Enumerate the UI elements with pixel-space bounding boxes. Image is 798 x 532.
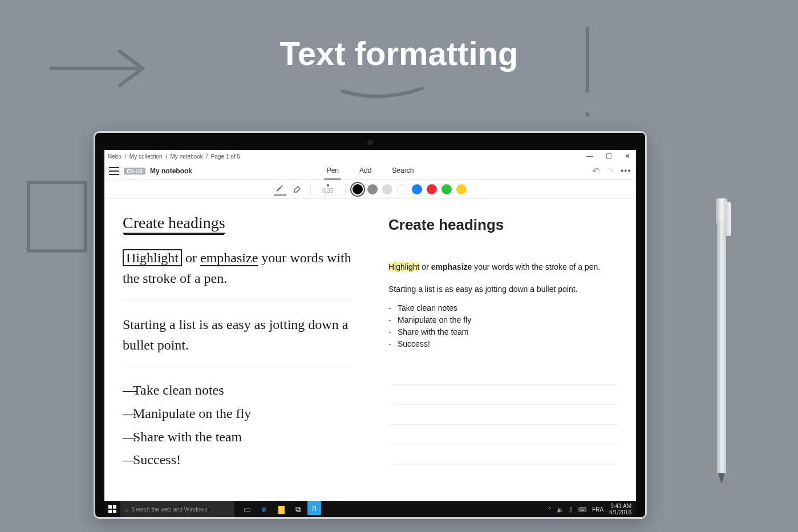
more-button[interactable]: •••	[621, 167, 631, 175]
eraser-tool[interactable]	[291, 183, 303, 196]
taskbar-search[interactable]: ⌕ Search the web and Windows	[120, 501, 234, 517]
content-area: Create headings Highlight or emphasize y…	[104, 199, 636, 501]
rendered-paragraph-1: Highlight or emphasize your words with t…	[388, 261, 618, 273]
window-titlebar: Nebo / My collection / My notebook / Pag…	[104, 150, 636, 163]
clock[interactable]: 9:41 AM 6/1/2016	[609, 503, 631, 515]
main-toolbar: EN-US My notebook Pen Add Search ↶ ↷ •••	[104, 163, 636, 180]
app-screen: Nebo / My collection / My notebook / Pag…	[104, 150, 636, 517]
nebo-icon[interactable]: n	[307, 501, 321, 515]
breadcrumb[interactable]: Nebo / My collection / My notebook / Pag…	[108, 153, 240, 160]
menu-button[interactable]	[109, 167, 119, 175]
notebook-title: My notebook	[150, 167, 192, 175]
svg-rect-3	[113, 510, 116, 513]
close-button[interactable]: ✕	[622, 152, 633, 160]
rendered-heading: Create headings	[388, 214, 618, 236]
rendered-list: Take clean notes Manipulate on the fly S…	[388, 302, 618, 350]
maximize-button[interactable]: ☐	[603, 152, 614, 160]
pen-tool[interactable]	[274, 183, 286, 196]
hw-paragraph-2: Starting a list is as easy as jotting do…	[123, 314, 352, 355]
rendered-paragraph-2: Starting a list is as easy as jotting do…	[388, 283, 618, 295]
language-indicator[interactable]: FRA	[592, 506, 603, 513]
tab-search[interactable]: Search	[390, 163, 416, 180]
tab-pen[interactable]: Pen	[325, 163, 341, 180]
rendered-pane: Create headings Highlight or emphasize y…	[370, 199, 636, 501]
color-swatch-blue[interactable]	[412, 184, 422, 194]
taskbar-apps: ▭ e ▇ ⧉ n	[239, 501, 321, 517]
color-swatch-red[interactable]	[427, 184, 437, 194]
stylus-pen	[714, 198, 730, 484]
hw-paragraph-1: Highlight or emphasize your words with t…	[123, 247, 352, 289]
language-badge[interactable]: EN-US	[124, 168, 145, 174]
pen-toolbar: 0.35	[104, 180, 636, 199]
redo-button[interactable]: ↷	[606, 165, 614, 176]
tablet-device: Nebo / My collection / My notebook / Pag…	[94, 131, 647, 519]
hw-heading: Create headings	[123, 214, 225, 234]
camera-dot	[367, 140, 373, 145]
color-swatch-green[interactable]	[441, 184, 452, 194]
svg-rect-2	[108, 510, 112, 513]
minimize-button[interactable]: ―	[584, 152, 596, 160]
color-swatch-gray[interactable]	[367, 184, 378, 194]
stroke-size-selector[interactable]: 0.35	[322, 184, 333, 194]
color-swatch-black[interactable]	[353, 184, 363, 194]
svg-rect-0	[108, 505, 112, 509]
hw-list: —Take clean notes —Manipulate on the fly…	[123, 379, 352, 472]
system-tray: ˄ 🔈 ▯ ⌨ FRA 9:41 AM 6/1/2016	[548, 503, 636, 515]
handwriting-pane[interactable]: Create headings Highlight or emphasize y…	[104, 199, 370, 501]
windows-taskbar: ⌕ Search the web and Windows ▭ e ▇ ⧉ n ˄…	[104, 501, 636, 517]
svg-rect-1	[113, 505, 116, 509]
keyboard-icon[interactable]: ⌨	[578, 506, 586, 513]
color-swatch-white[interactable]	[397, 184, 407, 194]
undo-button[interactable]: ↶	[592, 165, 599, 176]
tray-chevron-icon[interactable]: ˄	[548, 506, 551, 513]
volume-icon[interactable]: 🔈	[557, 506, 564, 513]
store-icon[interactable]: ⧉	[290, 501, 306, 517]
tab-bar: Pen Add Search	[325, 163, 416, 180]
tab-add[interactable]: Add	[357, 163, 374, 180]
search-icon: ⌕	[125, 506, 128, 513]
task-view-button[interactable]: ▭	[239, 501, 255, 517]
color-swatch-lightgray[interactable]	[382, 184, 392, 194]
battery-icon[interactable]: ▯	[569, 506, 573, 513]
explorer-icon[interactable]: ▇	[273, 501, 289, 517]
promo-title: Text formatting	[0, 34, 798, 72]
edge-icon[interactable]: e	[256, 501, 272, 517]
start-button[interactable]	[104, 501, 120, 517]
color-swatch-yellow[interactable]	[456, 184, 467, 194]
